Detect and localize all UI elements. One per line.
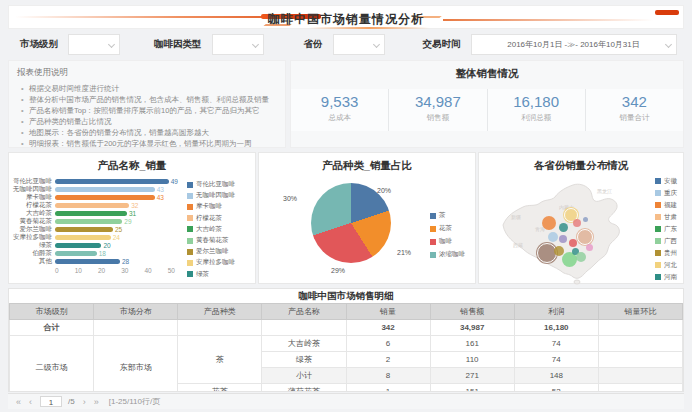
- page-range-info: [1-25/110行/页: [109, 396, 160, 407]
- date-range-value: 2016年10月1日 -≫- 2016年10月31日: [507, 39, 640, 50]
- caffeine-type-label: 咖啡因类型: [154, 38, 202, 51]
- market-level-label: 市场级别: [20, 38, 58, 51]
- legend-label: 大吉岭茶: [196, 225, 222, 234]
- legend-label: 河北: [664, 261, 677, 270]
- note-item: 地图展示：各省份的销量分布情况，销量越高圆形越大: [17, 127, 277, 138]
- bar: 49: [55, 179, 169, 184]
- bar-track: 31: [55, 209, 171, 217]
- detail-table: 市场级别 市场分布 产品种类 产品名称 销量 销售额 利润 销量环比 合计 34…: [9, 303, 683, 392]
- kpi-card: 342销量合计: [585, 89, 683, 131]
- first-page-button[interactable]: «: [16, 397, 21, 407]
- pie-slice-label: 21%: [397, 249, 411, 256]
- legend-label: 贵州: [664, 249, 677, 258]
- bar: 25: [55, 227, 113, 232]
- bar-track: 25: [55, 225, 171, 233]
- legend-item: 绿茶: [187, 269, 249, 280]
- bar-track: 32: [55, 201, 171, 209]
- note-item: 明细报表：销售额低于200元的字体显示红色，销量环比周期为一周: [17, 138, 277, 149]
- legend-label: 爱尔兰咖啡: [196, 247, 229, 256]
- bar-value-label: 49: [171, 178, 178, 186]
- map-bubble: [577, 229, 593, 245]
- axis-tick: 40: [144, 267, 151, 274]
- legend-swatch: [187, 260, 193, 266]
- pie-chart: [311, 183, 391, 263]
- filter-bar: 市场级别 咖啡因类型 省份 交易时间 2016年10月1日 -≫- 2016年1…: [8, 32, 684, 56]
- pie-chart-title: 产品种类_销量占比: [259, 159, 475, 173]
- legend-swatch: [655, 202, 661, 208]
- date-range-input[interactable]: 2016年10月1日 -≫- 2016年10月31日: [471, 34, 677, 55]
- bar-category-label: 其他: [9, 257, 55, 266]
- kpi-label: 销售额: [389, 113, 486, 123]
- legend-label: 广东: [664, 225, 677, 234]
- notes-title: 报表使用说明: [17, 67, 277, 79]
- legend-item: 黄春菊花茶: [187, 235, 249, 246]
- page-number-input[interactable]: 1: [40, 396, 62, 407]
- report-notes-panel: 报表使用说明 根据交易时间维度进行统计整体分析中国市场产品的销售情况，包含成本、…: [8, 60, 286, 148]
- legend-label: 绿茶: [196, 270, 209, 279]
- bar-row: 其他28: [9, 257, 187, 265]
- bar-x-axis: 01020304050: [55, 267, 175, 274]
- kpi-card: 9,533总成本: [291, 89, 388, 131]
- category-flower-cell: 花茶: [178, 384, 262, 393]
- legend-item: 贵州: [655, 247, 677, 259]
- legend-item: 安徽: [655, 175, 677, 187]
- legend-item: 花茶: [430, 222, 465, 235]
- legend-item: 大吉岭茶: [187, 224, 249, 235]
- legend-item: 河南: [655, 271, 677, 283]
- province-distribution-map: 各省份销量分布情况 新疆 西藏 青海 内蒙古 黑龙江 安徽重庆福建甘肃广东广西贵…: [478, 152, 684, 284]
- bar-track: 29: [55, 217, 171, 225]
- legend-swatch: [187, 226, 193, 232]
- legend-swatch: [430, 226, 436, 232]
- kpi-card: 34,987销售额: [388, 89, 486, 131]
- bar-chart-body: 哥伦比亚咖啡49无咖啡因咖啡43摩卡咖啡43柠檬花茶32大吉岭茶31黄春菊花茶2…: [9, 177, 255, 280]
- bar-plot: 哥伦比亚咖啡49无咖啡因咖啡43摩卡咖啡43柠檬花茶32大吉岭茶31黄春菊花茶2…: [9, 177, 187, 280]
- bar-track: 18: [55, 249, 171, 257]
- col-market-level: 市场级别: [10, 304, 94, 320]
- map-title: 各省份销量分布情况: [479, 159, 683, 173]
- dashboard: 咖啡中国市场销量情况分析 市场级别 咖啡因类型 省份 交易时间 2016年10月…: [0, 0, 692, 412]
- legend-swatch: [187, 204, 193, 210]
- col-category: 产品种类: [178, 304, 262, 320]
- detail-table-title: 咖啡中国市场销售明细: [9, 289, 683, 303]
- axis-tick: 50: [168, 267, 175, 274]
- legend-swatch: [655, 190, 661, 196]
- map-bubble: [573, 219, 581, 227]
- bar-track: 20: [55, 241, 171, 249]
- legend-swatch: [655, 226, 661, 232]
- col-qty: 销量: [346, 304, 430, 320]
- total-amount: 34,987: [430, 320, 514, 336]
- kpi-value: 34,987: [389, 93, 486, 110]
- total-profit: 16,180: [514, 320, 598, 336]
- next-page-button[interactable]: ›: [83, 397, 86, 407]
- legend-label: 浓缩咖啡: [439, 250, 465, 259]
- category-tea-cell: 茶: [178, 336, 262, 384]
- province-select[interactable]: [333, 34, 385, 55]
- legend-swatch: [430, 239, 436, 245]
- filter-province: 省份: [304, 34, 385, 55]
- bar: 43: [55, 195, 155, 200]
- legend-swatch: [430, 252, 436, 258]
- bar-chart-title: 产品名称_销量: [9, 159, 255, 173]
- legend-item: 安摩拉多咖啡: [187, 257, 249, 268]
- legend-swatch: [655, 274, 661, 280]
- kpi-value: 342: [586, 93, 683, 110]
- prev-page-button[interactable]: ‹: [29, 397, 32, 407]
- axis-tick: 20: [98, 267, 105, 274]
- legend-item: 柠檬花茶: [187, 213, 249, 224]
- legend-item: 爱尔兰咖啡: [187, 246, 249, 257]
- kpi-label: 利润总额: [488, 113, 585, 123]
- legend-swatch: [655, 250, 661, 256]
- total-qty: 342: [346, 320, 430, 336]
- bar: 29: [55, 219, 122, 224]
- legend-label: 甘肃: [664, 213, 677, 222]
- caffeine-type-select[interactable]: [212, 34, 264, 55]
- legend-label: 安摩拉多咖啡: [196, 258, 235, 267]
- market-level-select[interactable]: [68, 34, 120, 55]
- col-amount: 销售额: [430, 304, 514, 320]
- legend-swatch: [187, 249, 193, 255]
- kpi-row: 9,533总成本34,987销售额16,180利润总额342销量合计: [291, 89, 683, 131]
- map-legend: 安徽重庆福建甘肃广东广西贵州河北河南: [655, 175, 677, 283]
- legend-item: 无咖啡因咖啡: [187, 190, 249, 201]
- note-item: 整体分析中国市场产品的销售情况，包含成本、销售额、利润总额及销量: [17, 94, 277, 105]
- last-page-button[interactable]: »: [94, 397, 99, 407]
